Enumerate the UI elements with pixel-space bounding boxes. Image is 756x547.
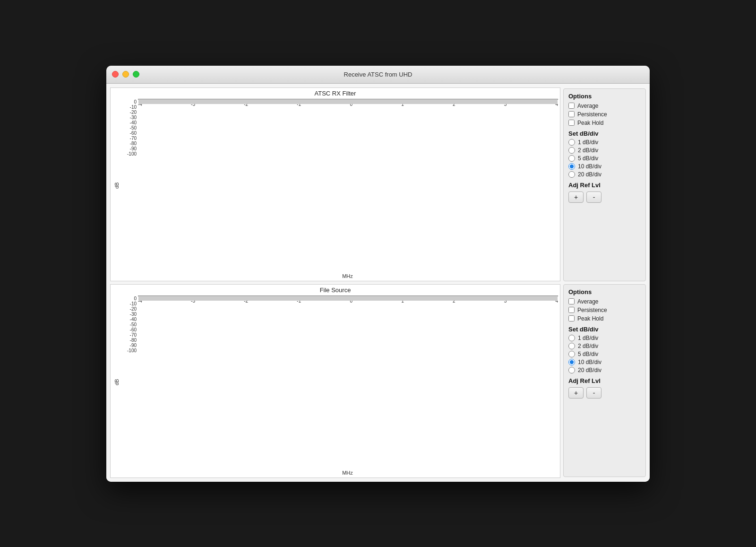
chart1-inner: 0 -10 -20 -30 -40 -50 -60 -70 -80 -90 [122, 99, 558, 272]
options2-10dbdiv-radio[interactable] [568, 359, 575, 365]
chart1-area: dB [112, 99, 558, 272]
options1-2dbdiv-label: 2 dB/div [578, 147, 598, 154]
options2-2dbdiv-radio[interactable] [568, 343, 575, 349]
traffic-lights [112, 71, 139, 78]
chart2-y-axis-label: dB [112, 295, 121, 469]
options1-5dbdiv-row: 5 dB/div [568, 155, 641, 162]
options2-1dbdiv-row: 1 dB/div [568, 335, 641, 341]
options-panel-2: Options Average Persistence Peak Hold Se… [563, 284, 646, 477]
options2-20dbdiv-label: 20 dB/div [578, 367, 601, 373]
options1-adjref-title: Adj Ref Lvl [568, 182, 641, 189]
options1-5dbdiv-radio[interactable] [568, 155, 575, 162]
options2-persistence-row: Persistence [568, 307, 641, 313]
chart2-x-axis-label: MHz [137, 470, 558, 476]
options1-dbdiv-title: Set dB/div [568, 130, 641, 137]
titlebar: Receive ATSC from UHD [106, 66, 650, 84]
options1-average-checkbox[interactable] [568, 103, 575, 109]
options2-2dbdiv-row: 2 dB/div [568, 343, 641, 349]
options1-average-row: Average [568, 103, 641, 109]
options2-adjref-title: Adj Ref Lvl [568, 377, 641, 384]
chart1-title: ATSC RX Filter [112, 90, 558, 97]
content-area: ATSC RX Filter dB [106, 84, 650, 482]
options1-2dbdiv-row: 2 dB/div [568, 147, 641, 154]
options1-1dbdiv-label: 1 dB/div [578, 139, 598, 146]
options2-persistence-checkbox[interactable] [568, 307, 575, 313]
options1-peakhold-label: Peak Hold [577, 120, 603, 126]
chart1-grid: 0 -10 -20 -30 -40 -50 -60 -70 -80 -90 [138, 99, 558, 100]
options2-10dbdiv-label: 10 dB/div [578, 359, 601, 365]
options1-peakhold-checkbox[interactable] [568, 120, 575, 126]
options-column: Options Average Persistence Peak Hold Se… [563, 87, 646, 478]
chart2-panel: File Source dB [110, 284, 560, 478]
options2-5dbdiv-label: 5 dB/div [578, 351, 598, 357]
options2-average-row: Average [568, 298, 641, 305]
chart2-area: dB [112, 295, 558, 469]
options2-plus-button[interactable]: + [568, 387, 584, 399]
chart2-inner: 0 -10 -20 -30 -40 -50 -60 -70 -80 -90 [122, 295, 558, 469]
options1-minus-button[interactable]: - [586, 191, 601, 203]
options1-persistence-label: Persistence [577, 111, 607, 118]
options1-10dbdiv-label: 10 dB/div [578, 163, 601, 170]
options1-20dbdiv-row: 20 dB/div [568, 171, 641, 178]
options2-5dbdiv-row: 5 dB/div [568, 351, 641, 357]
options2-5dbdiv-radio[interactable] [568, 351, 575, 357]
minimize-button[interactable] [122, 71, 129, 78]
options2-peakhold-checkbox[interactable] [568, 315, 575, 321]
options2-1dbdiv-radio[interactable] [568, 335, 575, 341]
options1-average-label: Average [577, 103, 598, 109]
options1-10dbdiv-radio[interactable] [568, 163, 575, 170]
options2-adjref-section: Adj Ref Lvl + - [568, 377, 641, 399]
options-panel-1: Options Average Persistence Peak Hold Se… [563, 88, 646, 281]
chart1-x-axis-label: MHz [137, 273, 558, 279]
options1-peakhold-row: Peak Hold [568, 120, 641, 126]
options2-persistence-label: Persistence [577, 307, 607, 313]
options1-persistence-row: Persistence [568, 111, 641, 118]
chart1-y-axis-label: dB [112, 99, 121, 272]
options1-1dbdiv-row: 1 dB/div [568, 139, 641, 146]
options1-adjref-buttons: + - [568, 191, 641, 203]
options2-10dbdiv-row: 10 dB/div [568, 359, 641, 365]
options2-average-checkbox[interactable] [568, 298, 575, 304]
options2-20dbdiv-row: 20 dB/div [568, 367, 641, 373]
options2-1dbdiv-label: 1 dB/div [578, 335, 598, 341]
options1-adjref-section: Adj Ref Lvl + - [568, 182, 641, 203]
options2-average-label: Average [577, 298, 598, 305]
chart1-panel: ATSC RX Filter dB [110, 87, 560, 281]
options1-1dbdiv-radio[interactable] [568, 139, 575, 146]
charts-column: ATSC RX Filter dB [110, 87, 560, 478]
options1-persistence-checkbox[interactable] [568, 111, 575, 117]
options2-peakhold-label: Peak Hold [577, 315, 603, 322]
options1-20dbdiv-radio[interactable] [568, 171, 575, 178]
chart2-title: File Source [112, 287, 558, 294]
options1-5dbdiv-label: 5 dB/div [578, 155, 598, 162]
options1-20dbdiv-label: 20 dB/div [578, 171, 601, 178]
options2-2dbdiv-label: 2 dB/div [578, 343, 598, 349]
options1-plus-button[interactable]: + [568, 191, 584, 203]
options1-2dbdiv-radio[interactable] [568, 147, 575, 154]
close-button[interactable] [112, 71, 119, 78]
options1-title: Options [568, 93, 641, 100]
options2-title: Options [568, 288, 641, 295]
options2-20dbdiv-radio[interactable] [568, 367, 575, 373]
maximize-button[interactable] [133, 71, 139, 78]
options2-minus-button[interactable]: - [586, 387, 601, 399]
chart2-grid: 0 -10 -20 -30 -40 -50 -60 -70 -80 -90 [138, 295, 558, 296]
options2-peakhold-row: Peak Hold [568, 315, 641, 322]
window-title: Receive ATSC from UHD [344, 71, 412, 78]
main-window: Receive ATSC from UHD ATSC RX Filter dB [106, 66, 650, 482]
options2-adjref-buttons: + - [568, 387, 641, 399]
options2-dbdiv-title: Set dB/div [568, 326, 641, 333]
options1-10dbdiv-row: 10 dB/div [568, 163, 641, 170]
